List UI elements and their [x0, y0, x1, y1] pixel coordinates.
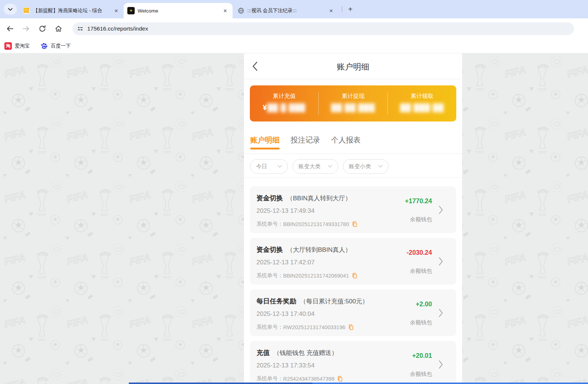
filter-date-dropdown[interactable]: 今日 [250, 159, 288, 174]
bookmark-label: 百度一下 [51, 43, 71, 49]
transaction-order-row: 系统单号： BBIN202512131742069041 [256, 272, 357, 279]
url-text: 175616.cc/reports/index [87, 25, 148, 32]
chevron-right-icon[interactable] [439, 205, 443, 216]
gold-crest-icon: ✦ [127, 7, 135, 14]
page-background: FIFA [0, 53, 588, 384]
site-settings-icon [77, 25, 84, 32]
transaction-card[interactable]: 资金切换（大厅转到BBIN真人） 2025-12-13 17:42:07 系统单… [250, 238, 456, 285]
page-header: 账户明细 [244, 53, 462, 79]
copy-icon[interactable] [352, 273, 357, 279]
bookmarks-bar: 淘 爱淘宝 du 百度一下 [0, 39, 588, 53]
summary-label: 累计充值 [273, 92, 295, 100]
wallet-type: 余额钱包 [410, 319, 432, 326]
filter-row: 今日 账变大类 账变小类 [250, 159, 389, 174]
home-button[interactable] [54, 24, 63, 34]
summary-deposit: 累计充值 ¥██ █ ███ [250, 85, 318, 121]
tab-title: :::视讯 会员下注纪录::: [247, 7, 325, 14]
back-button[interactable] [5, 24, 15, 34]
chevron-down-icon [378, 165, 383, 168]
transaction-subtitle: （钱能钱包 充值赠送） [273, 349, 338, 356]
transaction-type: 充值 [256, 349, 270, 356]
chevron-right-icon[interactable] [439, 309, 443, 319]
new-tab-button[interactable]: + [346, 5, 355, 14]
browser-tab-forum[interactable]: 【新提醒】海燕策略论坛 - 综合 ✕ [19, 3, 124, 18]
tab-label: 个人报表 [331, 136, 361, 144]
transaction-title-row: 资金切换（BBIN真人转到大厅） [256, 194, 351, 202]
forward-button[interactable] [21, 24, 31, 34]
copy-icon[interactable] [337, 376, 343, 382]
globe-icon [238, 7, 244, 14]
wallet-type: 余额钱包 [410, 268, 432, 275]
transaction-card[interactable]: 每日任务奖励（每日累计充值:500元） 2025-12-13 17:40:04 … [250, 289, 456, 336]
wallet-type: 余额钱包 [410, 371, 432, 378]
chevron-right-icon[interactable] [439, 360, 443, 370]
wallet-type: 余额钱包 [410, 216, 432, 223]
chevron-right-icon[interactable] [439, 257, 443, 267]
filters-divider [244, 177, 462, 177]
transaction-order-row: 系统单号： R2542434738547398 [256, 375, 343, 382]
tabs-divider [244, 154, 462, 154]
close-icon[interactable]: ✕ [113, 7, 120, 14]
transaction-list: 资金切换（BBIN真人转到大厅） 2025-12-13 17:49:34 系统单… [250, 186, 456, 384]
order-number-value: BBIN202512131749331780 [283, 221, 349, 227]
filter-minor-category-dropdown[interactable]: 账变小类 [343, 159, 389, 174]
transaction-card[interactable]: 资金切换（BBIN真人转到大厅） 2025-12-13 17:49:34 系统单… [250, 186, 456, 233]
tab-search-button[interactable] [4, 4, 17, 15]
bookmark-aitaobao[interactable]: 淘 爱淘宝 [4, 42, 30, 50]
tab-label: 投注记录 [291, 136, 320, 144]
taskbar-edge [129, 383, 588, 384]
browser-tab-records[interactable]: :::视讯 会员下注纪录::: ✕ [234, 3, 339, 18]
txn-amount: +1770.24 [405, 197, 432, 205]
copy-icon[interactable] [348, 324, 354, 330]
summary-claimed: 累计领取 ██ ███ ██ [388, 85, 456, 121]
transaction-title-row: 资金切换（大厅转到BBIN真人） [256, 245, 351, 254]
txn-amount: +2.00 [416, 300, 432, 308]
tab-personal-report[interactable]: 个人报表 [331, 131, 361, 151]
summary-label: 累计提现 [341, 92, 364, 100]
close-icon[interactable]: ✕ [327, 7, 335, 14]
filter-label: 今日 [256, 163, 267, 170]
bookmark-label: 爱淘宝 [15, 43, 30, 49]
close-icon[interactable]: ✕ [222, 7, 229, 14]
chevron-down-icon [277, 165, 282, 168]
summary-value-masked: ██ ██ ███ [331, 103, 375, 112]
transaction-subtitle: （大厅转到BBIN真人） [287, 246, 351, 253]
transaction-subtitle: （BBIN真人转到大厅） [287, 195, 351, 202]
reload-button[interactable] [38, 24, 47, 34]
tab-bet-records[interactable]: 投注记录 [291, 131, 320, 151]
transaction-order-row: 系统单号： BBIN202512131749331780 [256, 221, 357, 228]
home-icon [54, 25, 63, 33]
order-number-label: 系统单号： [256, 272, 283, 279]
order-number-value: RW202512131740033196 [283, 324, 346, 330]
order-number-label: 系统单号： [256, 375, 283, 382]
transaction-type: 每日任务奖励 [256, 297, 296, 305]
url-bar[interactable]: 175616.cc/reports/index [72, 22, 574, 35]
order-number-label: 系统单号： [256, 324, 283, 331]
filter-major-category-dropdown[interactable]: 账变大类 [293, 159, 338, 174]
transaction-order-row: 系统单号： RW202512131740033196 [256, 324, 354, 331]
tab-title: Welcome [138, 8, 219, 14]
browser-tab-welcome[interactable]: ✦ Welcome ✕ [124, 3, 233, 18]
section-tabs: 账户明细 投注记录 个人报表 [250, 131, 361, 154]
transaction-card[interactable]: 充值（钱能钱包 充值赠送） 2025-12-13 17:33:54 系统单号： … [250, 341, 456, 384]
bookmark-baidu[interactable]: du 百度一下 [40, 42, 71, 50]
tab-strip: 【新提醒】海燕策略论坛 - 综合 ✕ ✦ Welcome ✕ :::视讯 会员下… [0, 0, 588, 18]
summary-withdraw: 累计提现 ██ ██ ███ [319, 85, 387, 121]
copy-icon[interactable] [352, 221, 357, 227]
baidu-paw-icon: du [40, 42, 48, 50]
summary-value-masked: ¥██ █ ███ [263, 103, 305, 112]
transaction-datetime: 2025-12-13 17:33:54 [256, 362, 315, 369]
tab-divider [342, 6, 342, 12]
account-detail-panel: 账户明细 累计充值 ¥██ █ ███ 累计提现 ██ ██ ███ 累计领取 … [244, 53, 462, 384]
forward-arrow-icon [22, 25, 30, 32]
page-title: 账户明细 [244, 61, 462, 73]
transaction-subtitle: （每日累计充值:500元） [300, 298, 368, 305]
filter-label: 账变大类 [298, 163, 320, 170]
tab-label: 账户明细 [250, 136, 280, 144]
forum-yellow-icon [23, 7, 30, 14]
txn-amount: -2030.24 [407, 249, 432, 257]
order-number-value: BBIN202512131742069041 [283, 273, 349, 279]
back-arrow-icon [6, 25, 14, 32]
active-tab-indicator [250, 148, 280, 149]
tab-account-detail[interactable]: 账户明细 [250, 131, 280, 151]
